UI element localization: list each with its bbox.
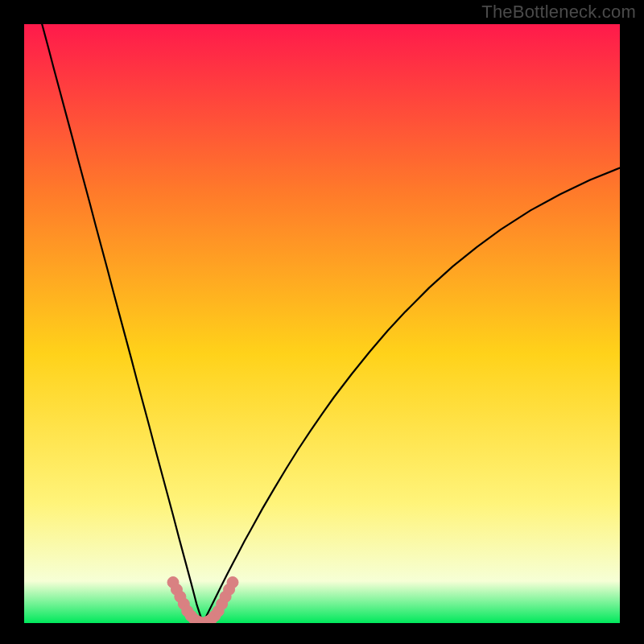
marker-dot xyxy=(227,576,238,588)
chart-frame: TheBottleneck.com xyxy=(0,0,644,644)
gradient-background xyxy=(24,24,620,623)
plot-area xyxy=(24,24,620,623)
watermark-text: TheBottleneck.com xyxy=(481,2,636,23)
plot-svg xyxy=(24,24,620,623)
